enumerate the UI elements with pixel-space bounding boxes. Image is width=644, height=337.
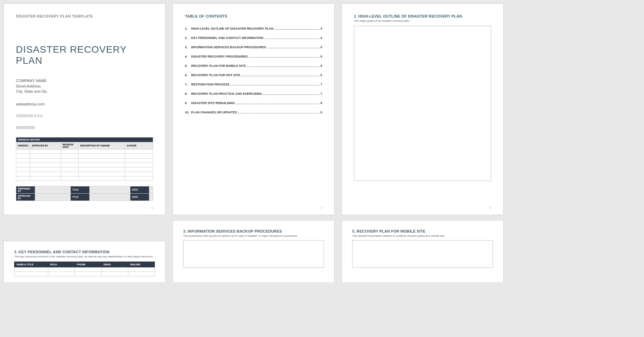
page-6: 5. RECOVERY PLAN FOR MOBILE SITE The rel…	[341, 220, 504, 282]
col-description: DESCRIPTION OF CHANGE	[78, 142, 125, 149]
page-number: 3	[490, 206, 491, 210]
content-box	[352, 240, 493, 268]
col-email: EMAIL	[101, 262, 128, 267]
toc-item: 3.INFORMATION SERVICES BACKUP PROCEDURES…	[185, 45, 322, 49]
toc-item: 9.DISASTER SITE REBUILDING8	[185, 101, 322, 105]
content-box	[183, 240, 324, 268]
section-heading: 5. RECOVERY PLAN FOR MOBILE SITE	[352, 229, 493, 233]
page-1: DISASTER RECOVERY PLAN TEMPLATE DISASTER…	[3, 3, 166, 215]
street-address: Street Address	[16, 84, 153, 89]
toc-item: 1.HIGH-LEVEL OUTLINE OF DISASTER RECOVER…	[185, 27, 322, 30]
table-row	[16, 163, 153, 167]
section-heading: 3. INFORMATION SERVICES BACKUP PROCEDURE…	[183, 229, 324, 233]
col-author: AUTHOR	[125, 142, 153, 149]
title-label-2: TITLE	[70, 193, 89, 201]
col-phone: PHONE	[75, 262, 101, 267]
section-desc: The key resources involved in the disast…	[14, 255, 155, 258]
title-label: TITLE	[70, 186, 89, 193]
toc-item: 10.PLAN CHANGES OR UPDATES8	[185, 111, 322, 114]
toc-item: 8.RECOVERY PLAN PRACTICE AND EXERCISING7	[185, 92, 322, 95]
col-role: ROLE	[48, 262, 75, 267]
table-row	[16, 167, 153, 172]
version-history-header: VERSION HISTORY	[16, 137, 153, 142]
section-heading: 1. HIGH-LEVEL OUTLINE OF DISASTER RECOVE…	[354, 14, 491, 18]
toc-item: 6.RECOVERY PLAN FOR HOT SITE6	[185, 73, 322, 77]
date-text: 00/00/0000	[16, 125, 153, 130]
page-number: 1	[152, 206, 153, 210]
page-2: TABLE OF CONTENTS 1.HIGH-LEVEL OUTLINE O…	[172, 3, 335, 215]
toc-title: TABLE OF CONTENTS	[185, 14, 322, 18]
toc-item: 4.DISASTER RECOVERY PROCEDURES5	[185, 55, 322, 58]
toc-item: 5.RECOVERY PLAN FOR MOBILE SITE6	[185, 64, 322, 68]
table-row	[14, 267, 155, 272]
company-name: COMPANY NAME	[16, 78, 153, 83]
table-row	[16, 172, 153, 176]
date-label-2: DATE	[130, 193, 149, 201]
table-row	[16, 158, 153, 163]
content-box	[354, 26, 491, 181]
table-row	[16, 154, 153, 158]
company-info: COMPANY NAME Street Address City, State …	[16, 78, 153, 94]
section-desc: The relevant information needed to conti…	[352, 234, 493, 237]
page-5: 3. INFORMATION SERVICES BACKUP PROCEDURE…	[172, 220, 335, 282]
approved-by-label: APPROVED BY	[16, 193, 35, 201]
page-4: 2. KEY PERSONNEL AND CONTACT INFORMATION…	[3, 241, 166, 282]
section-heading: 2. KEY PERSONNEL AND CONTACT INFORMATION	[14, 250, 155, 254]
col-name-title: NAME & TITLE	[14, 262, 48, 267]
document-title: DISASTER RECOVERY PLAN	[16, 44, 153, 66]
version-text: VERSION 0.0.0	[16, 114, 153, 118]
date-label: DATE	[130, 186, 149, 193]
table-row	[16, 149, 153, 154]
personnel-table: NAME & TITLE ROLE PHONE EMAIL MAILING	[14, 262, 155, 276]
web-address: webaddress.com	[16, 102, 153, 106]
signoff-table: PREPARED BY TITLE DATE APPROVED BY TITLE…	[16, 186, 153, 201]
version-history-table: VERSION HISTORY VERSION APPROVED BY REVI…	[16, 137, 153, 181]
page-number: 2	[321, 206, 322, 210]
table-row	[16, 176, 153, 181]
col-approved-by: APPROVED BY	[30, 142, 61, 149]
city-state-zip: City, State and Zip	[16, 89, 153, 94]
toc-item: 7.RESTORATION PROCESS7	[185, 83, 322, 86]
section-desc: The procedures that should be carried ou…	[183, 234, 324, 237]
section-desc: The major goals of the disaster recovery…	[354, 19, 491, 22]
col-mailing: MAILING	[128, 262, 155, 267]
template-label: DISASTER RECOVERY PLAN TEMPLATE	[16, 14, 153, 18]
prepared-by-label: PREPARED BY	[16, 186, 35, 193]
col-revision-date: REVISION DATE	[61, 142, 78, 149]
page-3: 1. HIGH-LEVEL OUTLINE OF DISASTER RECOVE…	[341, 3, 504, 215]
toc-item: 2.KEY PERSONNEL AND CONTACT INFORMATION4	[185, 36, 322, 40]
col-version: VERSION	[16, 142, 30, 149]
table-row	[14, 272, 155, 276]
